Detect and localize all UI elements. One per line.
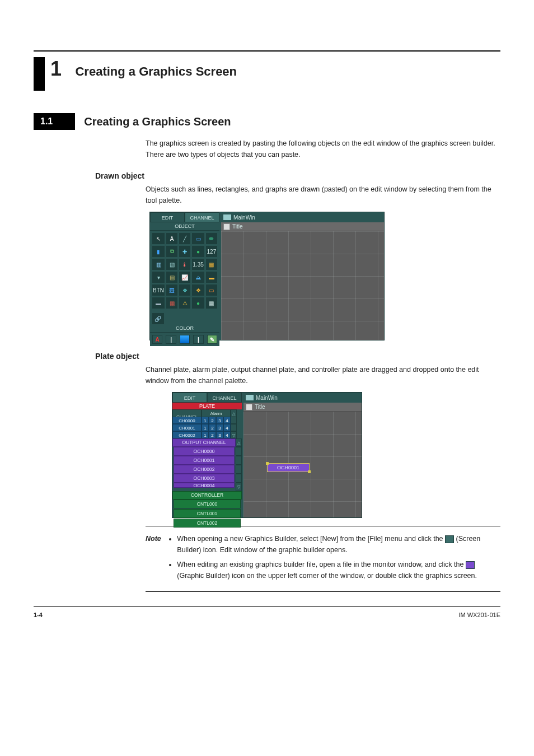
object-label: OBJECT [150,222,219,231]
alarm-plate[interactable]: 4 [223,417,231,424]
alarm-plate[interactable]: 1 [202,424,209,431]
alarm-plate[interactable]: 2 [209,424,216,431]
output-channel-header: OUTPUT CHANNEL [172,438,236,447]
chapter-title: Creating a Graphics Screen [75,64,237,78]
channel-plate[interactable]: CH0002 [172,431,202,438]
scroll-spacer [236,474,242,483]
scroll-spacer [231,424,237,431]
tool-link[interactable]: 🔗 [152,313,164,324]
section-badge: 1.1 [34,113,75,130]
scroll-down-icon[interactable]: ▽ [236,483,242,491]
tool-panel[interactable]: ▦ [206,259,217,270]
color-label: COLOR [150,324,219,333]
channel-plate[interactable]: CH0000 [172,417,202,424]
stroke-color-swatch[interactable]: | [166,335,176,344]
fill-color-swatch[interactable] [180,335,190,344]
sub1-heading: Drawn object [95,171,500,180]
channel-plate[interactable]: CH0001 [172,424,202,431]
tool-hill[interactable]: ⛰ [192,272,204,283]
note-block: Note When opening a new Graphics Builder… [146,526,500,592]
scroll-down-icon[interactable]: ▽ [231,431,237,438]
controller-plate[interactable]: CNTL001 [174,509,241,518]
tool-frame[interactable]: ▭ [206,284,217,296]
graphic-builder-icon[interactable] [223,223,230,230]
tool-thermo[interactable]: 🌡 [179,259,190,270]
output-channel-plate[interactable]: OCH0002 [174,465,235,474]
tool-bar[interactable]: ▥ [152,259,165,270]
tool-drop[interactable]: ▾ [152,272,165,283]
tool-blob2[interactable]: ❖ [192,284,204,296]
tool-rect[interactable]: ▭ [192,233,204,244]
dropped-plate[interactable]: OCH0001 [267,463,310,472]
tool-slot[interactable]: ▬ [206,272,217,283]
tab-edit[interactable]: EDIT [172,393,207,403]
tool-btn[interactable]: BTN [152,284,165,296]
line-color-swatch[interactable]: | [193,335,203,344]
section-title: Creating a Graphics Screen [84,115,231,128]
scroll-up-icon[interactable]: △ [236,438,242,447]
note-1a: When opening a new Graphics Builder, sel… [177,535,445,543]
tool-pointer[interactable]: ↖ [152,233,165,244]
output-channel-plate[interactable]: OCH0001 [174,456,235,465]
tab-channel[interactable]: CHANNEL [207,393,242,403]
page-footer: 1-4 IM WX201-01E [34,606,500,618]
edit-canvas[interactable]: OCH0001 [243,412,362,517]
window-titlebar: MainWin [221,212,384,222]
note-2b: (Graphic Builder) icon on the upper left… [177,572,477,580]
char-color-swatch[interactable]: A [152,335,162,344]
controller-plate[interactable]: CNTL002 [174,519,241,528]
tool-circle[interactable]: ● [192,246,204,257]
sub2-text: Channel plate, alarm plate, output chann… [146,364,500,386]
alarm-plate[interactable]: 1 [202,431,209,438]
alarm-plate[interactable]: 3 [216,417,223,424]
tab-channel[interactable]: CHANNEL [185,212,219,222]
tool-matrix[interactable]: ▦ [206,297,217,309]
output-channel-plate[interactable]: OCH0003 [174,474,235,483]
tool-blob1[interactable]: ❖ [179,284,190,296]
alarm-plate[interactable]: 2 [209,431,216,438]
tool-cross[interactable]: ✚ [179,246,190,257]
tool-digit[interactable]: 127 [206,246,217,257]
tool-grid[interactable]: ▤ [166,272,177,283]
tool-stack[interactable]: ⧉ [166,246,177,257]
alarm-plate[interactable]: 2 [209,417,216,424]
tool-hatch[interactable]: ▨ [166,259,177,270]
scroll-spacer [236,465,242,474]
output-channel-plate[interactable]: OCH0004 [174,483,235,488]
window-titlebar: MainWin [243,393,362,403]
alarm-plate[interactable]: 3 [216,424,223,431]
title-label: Title [232,223,243,230]
alarm-plate[interactable]: 4 [223,431,231,438]
controller-header: CONTROLLER [172,491,242,500]
tool-mix[interactable]: ▦ [166,297,177,309]
tool-line[interactable]: ╱ [179,233,190,244]
tool-num[interactable]: 1.35 [192,259,204,270]
tool-chart[interactable]: 📈 [179,272,190,283]
tool-text[interactable]: A [166,233,177,244]
edit-canvas[interactable] [221,231,384,340]
window-icon [223,214,231,220]
page-number: 1-4 [34,612,43,618]
tool-page[interactable]: ▮ [152,246,165,257]
chapter-number: 1 [50,57,62,80]
tool-ellipse[interactable]: ⬬ [206,233,217,244]
tool-img[interactable]: 🖼 [166,284,177,296]
alarm-plate[interactable]: 3 [216,431,223,438]
window-title: MainWin [233,214,255,221]
controller-plate[interactable]: CNTL000 [174,500,241,508]
title-row: Title [243,403,362,412]
output-channel-plate[interactable]: OCH0000 [174,447,235,456]
title-row: Title [221,222,384,231]
tool-tab[interactable]: ▬ [152,297,165,309]
alarm-plate[interactable]: 1 [202,417,209,424]
alarm-plate[interactable]: 4 [223,424,231,431]
chapter-header: 1 Creating a Graphics Screen [34,57,500,91]
graphic-builder-icon [466,561,475,569]
window-title: MainWin [256,395,278,401]
note-label: Note [146,533,167,585]
tool-hazard[interactable]: ⚠ [179,297,190,309]
tool-dot[interactable]: ● [192,297,204,309]
extra-color-swatch[interactable]: ✎ [207,335,217,344]
graphic-builder-icon[interactable] [246,404,252,410]
tab-edit[interactable]: EDIT [150,212,185,222]
